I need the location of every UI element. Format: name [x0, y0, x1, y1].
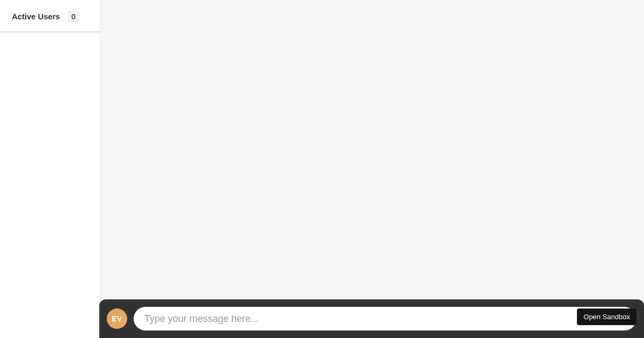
sidebar: Active Users 0	[0, 0, 99, 338]
message-input[interactable]	[144, 313, 626, 325]
message-input-wrapper	[134, 307, 636, 330]
open-sandbox-button[interactable]: Open Sandbox	[577, 308, 636, 325]
main-area: EV Open Sandbox	[99, 0, 644, 338]
composer-bar: EV Open Sandbox	[99, 299, 644, 338]
sidebar-header: Active Users 0	[0, 0, 99, 32]
avatar[interactable]: EV	[107, 308, 127, 329]
active-users-label: Active Users	[12, 12, 60, 21]
active-users-count: 0	[68, 11, 79, 22]
